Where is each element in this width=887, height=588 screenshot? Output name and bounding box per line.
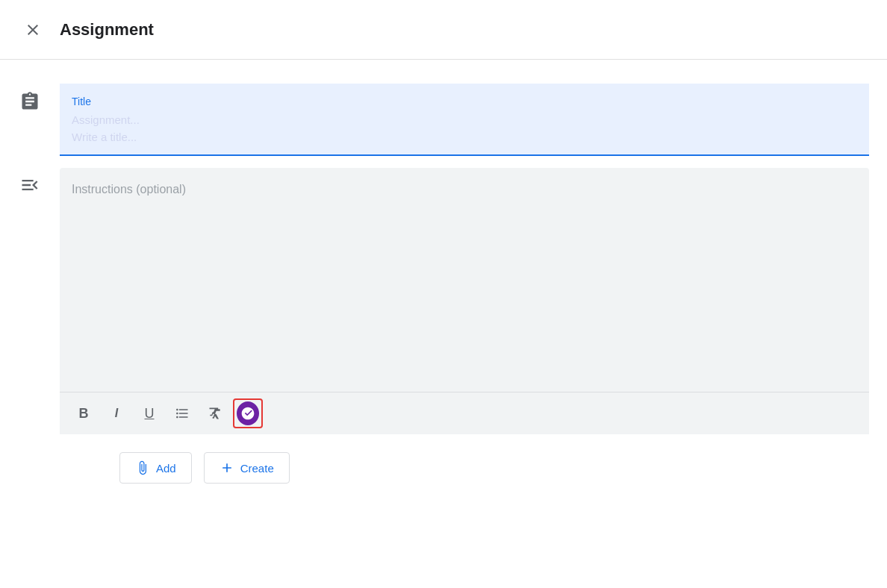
italic-button[interactable]: I [102,398,131,428]
instructions-field[interactable]: Instructions (optional) [60,168,869,392]
title-field[interactable]: Title Assignment... Write a title... [60,84,869,156]
attach-icon [135,460,150,475]
add-label: Add [156,462,176,475]
create-label: Create [240,462,274,475]
create-button[interactable]: Create [204,452,290,484]
page-title: Assignment [60,20,154,40]
bold-button[interactable]: B [69,398,99,428]
close-icon [24,21,42,39]
moovit-icon [237,401,259,425]
instructions-placeholder: Instructions (optional) [72,183,186,196]
lines-icon [18,173,42,197]
bottom-buttons: Add Create [60,452,869,484]
plus-icon [220,460,234,475]
formatting-toolbar: B I U [60,392,869,434]
moovit-button[interactable] [233,398,263,428]
header: Assignment [0,0,887,60]
moovit-logo [240,406,255,421]
left-icons [18,84,42,484]
clear-formatting-button[interactable] [200,398,230,428]
list-button[interactable] [167,398,197,428]
forms-area: Title Assignment... Write a title... Ins… [60,84,887,484]
close-button[interactable] [18,15,48,45]
add-button[interactable]: Add [119,452,192,484]
main-content: Title Assignment... Write a title... Ins… [0,60,887,484]
title-label: Title [72,96,857,107]
instructions-container: Instructions (optional) B I U [60,168,869,434]
underline-button[interactable]: U [134,398,164,428]
clipboard-icon [18,90,42,113]
title-placeholder: Assignment... Write a title... [72,112,857,146]
